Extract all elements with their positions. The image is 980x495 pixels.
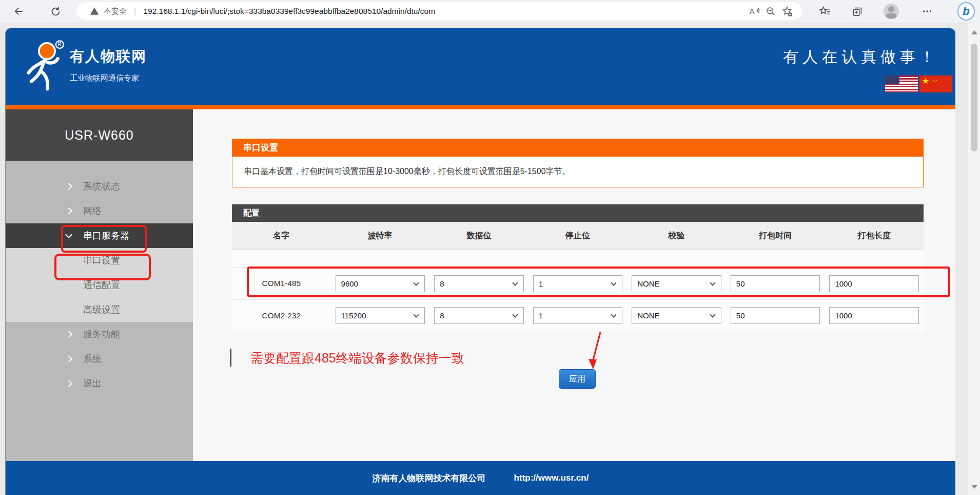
english-flag-button[interactable] [885, 75, 918, 92]
bing-chat-button[interactable]: b [957, 3, 975, 20]
address-bar[interactable]: 不安全 | 192.168.1.1/cgi-bin/luci/;stok=333… [76, 2, 802, 21]
packlength-input[interactable] [829, 275, 919, 292]
packtime-input[interactable] [731, 275, 820, 292]
chevron-right-icon [65, 380, 72, 387]
favorite-star-add-icon [781, 6, 793, 17]
annotation-text: 需要配置跟485终端设备参数保持一致 [250, 350, 464, 367]
chevron-right-icon [65, 207, 72, 215]
parity-select[interactable]: NONE [632, 275, 721, 292]
table-spacer-row [232, 250, 924, 268]
scroll-up-arrow-icon[interactable] [971, 30, 977, 34]
chevron-down-icon [413, 312, 419, 317]
col-header-stopbits: 停止位 [528, 231, 628, 241]
parity-select[interactable]: NONE [632, 307, 721, 324]
site-header: R 有人物联网 工业物联网通信专家 有人在认真做事！ [6, 28, 955, 105]
page-panel: R 有人物联网 工业物联网通信专家 有人在认真做事！ USR-W660 系统状态 [5, 28, 955, 495]
sidebar-item-advanced-settings[interactable]: 高级设置 [6, 297, 193, 322]
row-name: COM2-232 [232, 311, 331, 320]
col-header-packlength: 打包长度 [825, 231, 924, 241]
stopbits-select[interactable]: 1 [533, 307, 623, 324]
apply-button[interactable]: 应用 [559, 369, 596, 389]
chevron-down-icon [611, 312, 617, 317]
sidebar-menu: 系统状态 网络 串口服务器 串口设置 通信配置 高级设置 [6, 161, 193, 461]
sidebar-item-network[interactable]: 网络 [6, 199, 193, 223]
table-row-com1: COM1-485 9600 8 1 NONE [232, 268, 924, 299]
config-title-bar: 配置 [232, 204, 924, 222]
col-header-baud: 波特率 [331, 231, 430, 241]
collections-button[interactable] [849, 3, 866, 20]
sidebar-item-serial-settings[interactable]: 串口设置 [6, 248, 193, 273]
page-scrollbar[interactable] [968, 23, 980, 495]
profile-avatar [884, 4, 899, 19]
refresh-button[interactable] [47, 3, 64, 20]
col-header-packtime: 打包时间 [726, 231, 825, 241]
col-header-databits: 数据位 [429, 231, 528, 241]
collections-icon [852, 6, 863, 17]
not-secure-warning-icon [90, 7, 99, 16]
brand-tagline: 工业物联网通信专家 [70, 73, 147, 83]
zoom-out-button[interactable] [762, 3, 779, 20]
chevron-right-icon [65, 331, 72, 338]
chevron-down-icon [413, 280, 419, 285]
table-header-row: 名字 波特率 数据位 停止位 校验 打包时间 打包长度 [232, 222, 924, 250]
favorites-icon [819, 6, 831, 17]
usr-logo: R [20, 40, 67, 93]
main-content: 串口设置 串口基本设置，打包时间可设置范围是10-3000毫秒，打包长度可设置范… [193, 109, 955, 461]
footer-company: 济南有人物联网技术有限公司 [373, 472, 486, 484]
row-name: COM1-485 [232, 279, 331, 288]
sidebar-item-system-status[interactable]: 系统状态 [6, 174, 193, 199]
chevron-down-icon [512, 312, 518, 317]
packlength-input[interactable] [829, 307, 919, 324]
table-row-com2: COM2-232 115200 8 1 NONE [232, 299, 924, 331]
profile-button[interactable] [883, 3, 900, 20]
favorites-bar-button[interactable] [816, 3, 833, 20]
sidebar-item-comm-config[interactable]: 通信配置 [6, 273, 193, 297]
header-slogan: 有人在认真做事！ [783, 47, 939, 68]
browser-toolbar: 不安全 | 192.168.1.1/cgi-bin/luci/;stok=333… [0, 0, 980, 23]
back-arrow-icon [13, 6, 25, 17]
brand-title: 有人物联网 [70, 47, 147, 66]
chinese-flag-button[interactable] [919, 75, 952, 92]
ellipsis-icon [922, 6, 933, 17]
sidebar: USR-W660 系统状态 网络 串口服务器 串口设置 通 [6, 109, 193, 461]
refresh-icon [50, 6, 61, 17]
chevron-down-icon [710, 280, 715, 285]
baud-select[interactable]: 115200 [336, 307, 425, 324]
chevron-down-icon [65, 231, 72, 238]
config-title: 配置 [243, 208, 260, 219]
scrollbar-thumb[interactable] [971, 44, 977, 151]
col-header-name: 名字 [232, 231, 331, 241]
sidebar-item-logout[interactable]: 退出 [6, 371, 193, 396]
svg-text:R: R [58, 42, 62, 47]
section-title: 串口设置 [243, 142, 278, 154]
scroll-down-arrow-icon[interactable] [971, 485, 977, 489]
section-title-bar: 串口设置 [232, 139, 924, 157]
col-header-parity: 校验 [627, 231, 726, 241]
text-cursor [230, 349, 231, 367]
read-aloud-button[interactable]: A [746, 3, 762, 20]
bing-icon: b [957, 2, 975, 21]
sidebar-item-services[interactable]: 服务功能 [6, 322, 193, 347]
url-text: 192.168.1.1/cgi-bin/luci/;stok=333ba0339… [143, 7, 746, 16]
settings-menu-button[interactable] [918, 3, 936, 20]
sidebar-item-system[interactable]: 系统 [6, 347, 193, 371]
chevron-down-icon [710, 312, 715, 317]
baud-select[interactable]: 9600 [336, 275, 425, 292]
sidebar-item-serial-server[interactable]: 串口服务器 [6, 223, 193, 248]
stopbits-select[interactable]: 1 [533, 275, 623, 292]
chevron-down-icon [611, 280, 617, 285]
annotation-arrow-icon [582, 330, 604, 371]
databits-select[interactable]: 8 [434, 307, 524, 324]
packtime-input[interactable] [731, 307, 820, 324]
databits-select[interactable]: 8 [434, 275, 524, 292]
address-separator: | [134, 6, 136, 16]
section-description-box: 串口基本设置，打包时间可设置范围是10-3000毫秒，打包长度可设置范围是5-1… [232, 157, 924, 187]
read-aloud-icon: A [749, 6, 760, 16]
section-description: 串口基本设置，打包时间可设置范围是10-3000毫秒，打包长度可设置范围是5-1… [244, 166, 571, 177]
zoom-out-icon [766, 6, 776, 17]
chevron-down-icon [512, 280, 518, 285]
footer-website-link[interactable]: http://www.usr.cn/ [514, 473, 589, 483]
back-button[interactable] [10, 3, 28, 20]
chevron-right-icon [65, 355, 72, 363]
add-favorite-button[interactable] [779, 3, 795, 20]
